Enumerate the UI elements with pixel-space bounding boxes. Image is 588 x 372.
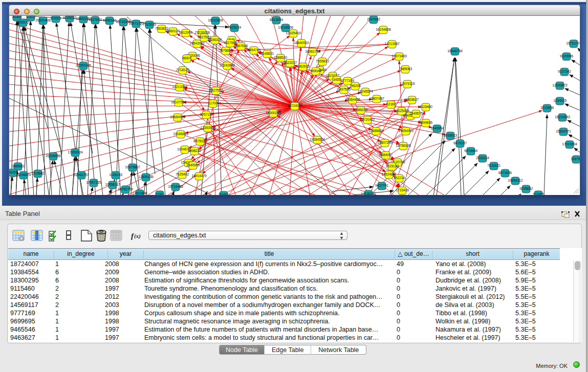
svg-text:6497505: 6497505 (337, 87, 351, 91)
svg-text:7835224: 7835224 (228, 26, 241, 29)
svg-text:12505135: 12505135 (138, 175, 154, 179)
svg-text:16782759: 16782759 (118, 187, 133, 191)
svg-text:20242848: 20242848 (220, 63, 235, 67)
svg-text:18300295: 18300295 (266, 111, 281, 115)
svg-text:9227342: 9227342 (558, 70, 571, 73)
svg-text:14524861: 14524861 (381, 172, 397, 176)
svg-text:18640910: 18640910 (294, 41, 309, 45)
svg-text:1588520: 1588520 (274, 56, 287, 59)
svg-text:1292: 1292 (156, 192, 164, 195)
svg-text:8660124: 8660124 (166, 29, 180, 33)
svg-text:7632621: 7632621 (487, 164, 500, 167)
svg-text:2933114: 2933114 (476, 156, 489, 160)
svg-text:9777169: 9777169 (341, 79, 354, 82)
svg-text:9105332: 9105332 (63, 16, 76, 19)
svg-text:7625402: 7625402 (176, 172, 189, 176)
svg-text:999044: 999044 (310, 69, 321, 73)
svg-text:203811: 203811 (50, 16, 61, 20)
svg-text:3876685: 3876685 (219, 49, 232, 52)
svg-text:7955812: 7955812 (316, 59, 329, 63)
svg-text:19654923: 19654923 (398, 129, 413, 133)
svg-text:12213369: 12213369 (172, 85, 187, 89)
svg-text:15692971: 15692971 (556, 129, 571, 133)
svg-text:8454749: 8454749 (247, 48, 260, 52)
svg-text:16245574: 16245574 (358, 90, 373, 93)
svg-text:16210643: 16210643 (555, 115, 570, 119)
svg-text:8912954: 8912954 (179, 31, 192, 34)
svg-text:8471636: 8471636 (498, 171, 512, 174)
svg-text:19166825: 19166825 (173, 132, 188, 136)
svg-text:20691406: 20691406 (35, 18, 51, 22)
svg-text:9245652: 9245652 (519, 187, 533, 190)
svg-text:8813054: 8813054 (270, 18, 283, 21)
svg-text:102450: 102450 (533, 192, 544, 195)
svg-text:3455: 3455 (333, 78, 341, 81)
svg-text:3267110: 3267110 (200, 113, 213, 116)
svg-text:9115460: 9115460 (419, 105, 432, 108)
svg-text:98901: 98901 (182, 56, 192, 60)
svg-text:16648784: 16648784 (447, 49, 463, 53)
svg-text:16671355: 16671355 (128, 21, 144, 25)
svg-text:15720407: 15720407 (360, 118, 375, 121)
svg-text:20305: 20305 (12, 16, 22, 18)
svg-text:1145193: 1145193 (109, 173, 122, 177)
svg-text:2087682: 2087682 (367, 17, 380, 21)
svg-text:12213967: 12213967 (384, 42, 400, 46)
svg-text:19756928: 19756928 (396, 144, 411, 147)
svg-text:(x): (x) (134, 233, 141, 239)
svg-text:8827552: 8827552 (209, 89, 223, 92)
svg-text:1549575: 1549575 (409, 112, 423, 115)
svg-text:2312: 2312 (27, 16, 35, 18)
svg-text:3215958: 3215958 (540, 106, 554, 110)
svg-text:2367608: 2367608 (234, 44, 248, 48)
svg-text:11156829: 11156829 (16, 173, 31, 177)
svg-text:18807249: 18807249 (377, 141, 393, 144)
svg-text:1640954: 1640954 (430, 126, 444, 130)
svg-text:15751074: 15751074 (566, 41, 580, 45)
svg-text:16961758: 16961758 (305, 50, 320, 53)
svg-text:16107554: 16107554 (171, 100, 186, 104)
svg-text:10025438: 10025438 (394, 109, 409, 113)
svg-text:6466160: 6466160 (103, 18, 116, 22)
svg-text:9146821: 9146821 (260, 52, 274, 55)
svg-text:19654985: 19654985 (170, 115, 185, 119)
svg-text:6479197: 6479197 (453, 141, 467, 145)
svg-text:1215682: 1215682 (31, 171, 45, 175)
svg-text:9474444: 9474444 (464, 149, 477, 152)
svg-text:1733426: 1733426 (396, 188, 409, 192)
svg-text:12975115: 12975115 (400, 82, 415, 85)
svg-text:17016504: 17016504 (562, 142, 577, 146)
svg-text:10958167: 10958167 (105, 183, 120, 186)
svg-text:10688609: 10688609 (368, 129, 384, 133)
svg-text:17957225: 17957225 (86, 181, 101, 184)
svg-text:2386372: 2386372 (354, 108, 367, 112)
svg-text:252214: 252214 (394, 176, 405, 180)
svg-text:116753: 116753 (571, 157, 580, 161)
svg-text:18724007: 18724007 (287, 104, 302, 107)
svg-text:16154808: 16154808 (376, 28, 391, 31)
svg-text:12942757: 12942757 (74, 173, 89, 177)
svg-text:10975867: 10975867 (125, 165, 140, 169)
svg-text:1540993: 1540993 (186, 163, 200, 167)
svg-text:746206: 746206 (350, 84, 361, 87)
svg-text:8878332: 8878332 (193, 139, 207, 143)
svg-text:14136141: 14136141 (361, 192, 376, 195)
svg-text:16914479: 16914479 (191, 174, 207, 178)
svg-text:20206556: 20206556 (46, 154, 61, 158)
svg-text:9457791: 9457791 (375, 184, 388, 187)
svg-text:8186328: 8186328 (208, 38, 222, 41)
svg-text:1615132: 1615132 (385, 164, 399, 168)
svg-text:16033809: 16033809 (208, 18, 223, 22)
svg-text:15716485: 15716485 (168, 185, 183, 188)
svg-text:9329966: 9329966 (560, 54, 573, 58)
svg-text:20053346: 20053346 (76, 63, 91, 67)
svg-text:16543982: 16543982 (189, 41, 205, 45)
svg-text:19218506: 19218506 (278, 26, 293, 29)
svg-text:92450: 92450 (219, 193, 229, 195)
svg-text:2718126: 2718126 (176, 68, 189, 72)
svg-text:10973493: 10973493 (391, 54, 407, 58)
svg-text:17359924: 17359924 (68, 150, 83, 154)
svg-text:1362615: 1362615 (296, 64, 310, 68)
svg-text:13325419: 13325419 (286, 31, 301, 35)
svg-text:1463627: 1463627 (405, 98, 419, 101)
